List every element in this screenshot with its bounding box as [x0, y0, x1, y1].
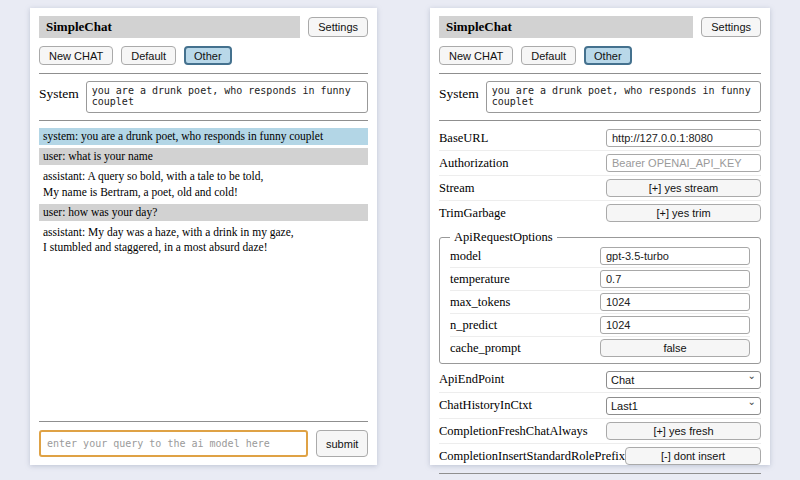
settings-bottom-list: ApiEndPointChat⌄ChatHistoryInCtxtLast1⌄C…	[439, 367, 761, 468]
chat-message-assistant: assistant: A query so bold, with a tale …	[39, 168, 368, 200]
setting-label-completionfreshchatalways: CompletionFreshChatAlways	[439, 424, 588, 439]
setting-select-wrap-apiendpoint: Chat⌄	[606, 370, 761, 389]
system-row: System	[439, 81, 761, 113]
setting-select-chathistoryinctxt[interactable]: Last1	[606, 397, 761, 415]
setting-label-chathistoryinctxt: ChatHistoryInCtxt	[439, 398, 532, 413]
setting-input-baseurl[interactable]	[606, 129, 761, 147]
divider	[39, 421, 368, 422]
setting-row-max-tokens: max_tokens	[450, 291, 750, 314]
setting-toggle-completionfreshchatalways[interactable]: [+] yes fresh	[606, 422, 761, 440]
session-buttons: New CHATDefaultOther	[39, 46, 368, 65]
setting-row-stream: Stream[+] yes stream	[439, 176, 761, 201]
session-button-other[interactable]: Other	[584, 46, 632, 65]
divider	[439, 120, 761, 121]
divider	[439, 73, 761, 74]
session-button-default[interactable]: Default	[121, 46, 176, 65]
setting-row-n-predict: n_predict	[450, 314, 750, 337]
api-request-options-legend: ApiRequestOptions	[450, 230, 557, 245]
api-request-options-fieldset: ApiRequestOptions modeltemperaturemax_to…	[439, 230, 761, 364]
setting-row-completioninsertstandardroleprefix: CompletionInsertStandardRolePrefix[-] do…	[439, 444, 761, 468]
query-input[interactable]	[39, 430, 308, 457]
setting-input-authorization[interactable]	[606, 154, 761, 172]
setting-row-cache-prompt: cache_promptfalse	[450, 337, 750, 359]
divider	[39, 73, 368, 74]
setting-toggle-completioninsertstandardroleprefix[interactable]: [-] dont insert	[625, 447, 761, 465]
divider	[39, 120, 368, 121]
setting-row-chathistoryinctxt: ChatHistoryInCtxtLast1⌄	[439, 393, 761, 419]
chat-panel: SimpleChat Settings New CHATDefaultOther…	[30, 8, 377, 465]
setting-row-model: model	[450, 245, 750, 268]
session-button-default[interactable]: Default	[521, 46, 576, 65]
spacer	[39, 259, 368, 416]
setting-select-wrap-chathistoryinctxt: Last1⌄	[606, 396, 761, 415]
setting-label-trimgarbage: TrimGarbage	[439, 206, 506, 221]
setting-row-temperature: temperature	[450, 268, 750, 291]
setting-label-model: model	[450, 249, 481, 264]
session-button-new-chat[interactable]: New CHAT	[39, 46, 113, 65]
settings-panel: SimpleChat Settings New CHATDefaultOther…	[430, 8, 770, 465]
header: SimpleChat Settings	[39, 16, 368, 38]
chat-message-assistant: assistant: My day was a haze, with a dri…	[39, 224, 368, 256]
setting-input-n-predict[interactable]	[600, 316, 750, 334]
system-prompt-input[interactable]	[86, 81, 368, 113]
setting-label-authorization: Authorization	[439, 156, 508, 171]
divider	[439, 473, 761, 474]
system-label: System	[39, 81, 79, 102]
system-row: System	[39, 81, 368, 113]
app-title: SimpleChat	[39, 16, 300, 38]
setting-label-completioninsertstandardroleprefix: CompletionInsertStandardRolePrefix	[439, 449, 625, 464]
chat-message-user: user: what is your name	[39, 148, 368, 165]
system-prompt-input[interactable]	[486, 81, 761, 113]
setting-input-max-tokens[interactable]	[600, 293, 750, 311]
setting-label-cache-prompt: cache_prompt	[450, 341, 521, 356]
setting-row-completionfreshchatalways: CompletionFreshChatAlways[+] yes fresh	[439, 419, 761, 444]
settings-button[interactable]: Settings	[701, 17, 761, 37]
setting-input-model[interactable]	[600, 247, 750, 265]
setting-row-authorization: Authorization	[439, 151, 761, 176]
setting-label-baseurl: BaseURL	[439, 131, 488, 146]
setting-toggle-trimgarbage[interactable]: [+] yes trim	[606, 204, 761, 222]
setting-select-apiendpoint[interactable]: Chat	[606, 371, 761, 389]
setting-row-apiendpoint: ApiEndPointChat⌄	[439, 367, 761, 393]
chat-message-user: user: how was your day?	[39, 204, 368, 221]
header: SimpleChat Settings	[439, 16, 761, 38]
setting-label-stream: Stream	[439, 181, 474, 196]
setting-row-baseurl: BaseURL	[439, 126, 761, 151]
setting-toggle-stream[interactable]: [+] yes stream	[606, 179, 761, 197]
settings-fieldset-list: modeltemperaturemax_tokensn_predictcache…	[450, 245, 750, 359]
chat-message-system: system: you are a drunk poet, who respon…	[39, 128, 368, 145]
submit-button[interactable]: submit	[316, 430, 368, 457]
system-label: System	[439, 81, 479, 102]
setting-toggle-cache-prompt[interactable]: false	[600, 339, 750, 357]
app-title: SimpleChat	[439, 16, 693, 38]
session-buttons: New CHATDefaultOther	[439, 46, 761, 65]
chat-messages: system: you are a drunk poet, who respon…	[39, 128, 368, 259]
session-button-other[interactable]: Other	[184, 46, 232, 65]
query-row: submit	[39, 430, 368, 457]
settings-top-list: BaseURLAuthorizationStream[+] yes stream…	[439, 126, 761, 225]
setting-label-max-tokens: max_tokens	[450, 295, 510, 310]
setting-label-n-predict: n_predict	[450, 318, 497, 333]
setting-label-temperature: temperature	[450, 272, 510, 287]
settings-button[interactable]: Settings	[308, 17, 368, 37]
session-button-new-chat[interactable]: New CHAT	[439, 46, 513, 65]
setting-input-temperature[interactable]	[600, 270, 750, 288]
setting-label-apiendpoint: ApiEndPoint	[439, 372, 504, 387]
setting-row-trimgarbage: TrimGarbage[+] yes trim	[439, 201, 761, 225]
